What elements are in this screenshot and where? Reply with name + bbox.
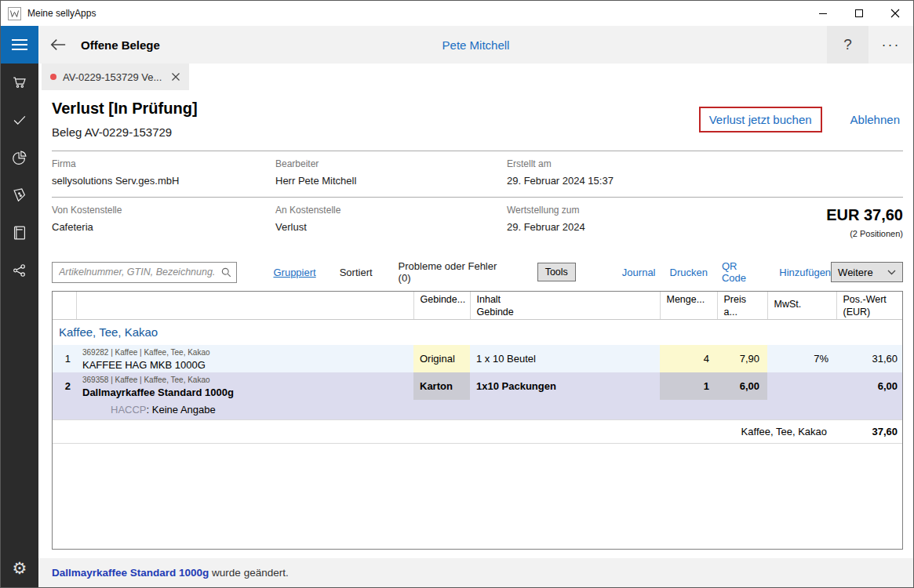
sidebar-item-tags[interactable] <box>1 176 38 214</box>
table-header-row: Gebinde... InhaltGebinde Menge... Preisa… <box>53 292 903 319</box>
col-number[interactable] <box>53 292 76 319</box>
menu-button[interactable] <box>1 26 38 64</box>
qr-code-link[interactable]: QR Code <box>722 260 763 284</box>
search-icon <box>220 267 231 280</box>
maximize-button[interactable] <box>841 1 877 26</box>
article-cell[interactable]: 369358 | Kaffee | Kaffee, Tee, Kakao Dal… <box>76 372 413 400</box>
table-row[interactable]: 1 369282 | Kaffee | Kaffee, Tee, Kakao K… <box>53 345 903 372</box>
preis-cell[interactable]: 6,00 <box>717 372 767 400</box>
cart-icon <box>11 74 28 91</box>
back-button[interactable] <box>38 26 78 64</box>
field-erstellt-am: Erstellt am 29. Februar 2024 15:37 <box>507 158 726 187</box>
add-item-link[interactable]: Hinzufügen <box>779 267 831 278</box>
help-button[interactable]: ? <box>827 26 868 64</box>
menge-cell[interactable]: 4 <box>660 345 717 372</box>
summary-value: 37,60 <box>836 419 903 443</box>
col-wert[interactable]: Pos.-Wert(EUR) <box>836 292 903 319</box>
sidebar-item-share[interactable] <box>1 252 38 289</box>
document-total: EUR 37,60 (2 Positionen) <box>726 205 903 238</box>
settings-button[interactable]: ⚙ <box>1 550 38 587</box>
group-label: Kaffee, Tee, Kakao <box>53 319 903 345</box>
field-bearbeiter: Bearbeiter Herr Pete Mitchell <box>275 158 507 187</box>
menge-cell[interactable]: 1 <box>660 372 717 400</box>
hamburger-icon <box>12 39 27 41</box>
chevron-down-icon <box>887 270 896 275</box>
status-subject: Dallmayrkaffee Standard 1000g <box>52 567 209 579</box>
col-menge[interactable]: Menge... <box>660 292 717 319</box>
table-row-selected[interactable]: 2 369358 | Kaffee | Kaffee, Tee, Kakao D… <box>53 372 903 400</box>
article-cell[interactable]: 369282 | Kaffee | Kaffee, Tee, Kakao KAF… <box>76 345 413 372</box>
article-name: KAFFEE HAG MKB 1000G <box>82 359 407 371</box>
maximize-icon <box>855 9 863 17</box>
tab-document[interactable]: AV-0229-153729 Ve... <box>42 64 189 90</box>
app-logo-icon <box>8 7 21 20</box>
col-mwst[interactable]: MwSt. <box>767 292 836 319</box>
user-name-link[interactable]: Pete Mitchell <box>442 38 510 52</box>
field-firma: Firma sellysolutions Serv.ges.mbH <box>52 158 275 187</box>
preis-cell[interactable]: 7,90 <box>717 345 767 372</box>
mwst-cell[interactable] <box>767 372 836 400</box>
book-icon <box>11 224 28 241</box>
pie-chart-icon <box>11 149 28 166</box>
row-number: 1 <box>53 345 76 372</box>
group-toggle[interactable]: Gruppiert <box>273 267 315 278</box>
sidebar-item-journal[interactable] <box>1 214 38 252</box>
print-link[interactable]: Drucken <box>670 267 708 278</box>
reject-button[interactable]: Ablehnen <box>850 113 900 126</box>
journal-link[interactable]: Journal <box>622 267 656 278</box>
document-actions: Verlust jetzt buchen Ablehnen <box>699 107 903 132</box>
check-icon <box>11 111 28 129</box>
share-icon <box>11 262 28 279</box>
sidebar: ⚙ <box>1 26 38 587</box>
tab-close-button[interactable] <box>171 72 180 82</box>
close-icon <box>171 72 180 82</box>
item-toolbar: Gruppiert Sortiert Probleme oder Fehler … <box>52 261 903 283</box>
titlebar: Meine sellyApps <box>1 1 913 26</box>
search-box <box>52 262 237 283</box>
window-title: Meine sellyApps <box>27 8 96 19</box>
sidebar-item-reports[interactable] <box>1 139 38 176</box>
haccp-info: HACCP: Keine Angabe <box>76 400 903 419</box>
close-button[interactable] <box>877 1 913 26</box>
sidebar-item-tasks[interactable] <box>1 101 38 139</box>
mwst-cell[interactable]: 7% <box>767 345 836 372</box>
more-options-button[interactable]: ··· <box>868 26 913 64</box>
sidebar-item-cart[interactable] <box>1 64 38 101</box>
minimize-button[interactable] <box>805 1 841 26</box>
problems-toggle[interactable]: Probleme oder Fehler (0) <box>399 260 511 284</box>
tab-strip: AV-0229-153729 Ve... <box>38 64 913 90</box>
positions-count: (2 Positionen) <box>726 229 903 238</box>
fields-row-1: Firma sellysolutions Serv.ges.mbH Bearbe… <box>52 151 903 197</box>
search-input[interactable] <box>52 262 237 283</box>
article-meta: 369282 | Kaffee | Kaffee, Tee, Kakao <box>82 348 407 358</box>
gebinde-cell[interactable]: Original <box>413 345 470 372</box>
inhalt-cell[interactable]: 1 x 10 Beutel <box>470 345 660 372</box>
more-actions-dropdown[interactable]: Weitere <box>831 262 903 282</box>
back-arrow-icon <box>49 38 67 52</box>
inhalt-cell[interactable]: 1x10 Packungen <box>470 372 660 400</box>
col-gebinde[interactable]: Gebinde... <box>413 292 470 319</box>
tag-icon <box>11 187 28 204</box>
article-name: Dallmayrkaffee Standard 1000g <box>82 387 407 398</box>
app-header: Offene Belege Pete Mitchell ? ··· <box>38 26 913 64</box>
tools-button[interactable]: Tools <box>537 263 576 281</box>
document-content: Verlust [In Prüfung] Beleg AV-0229-15372… <box>38 90 913 558</box>
tab-label: AV-0229-153729 Ve... <box>63 71 162 83</box>
wert-cell: 6,00 <box>836 372 903 400</box>
status-bar: Dallmayrkaffee Standard 1000g wurde geän… <box>38 558 913 587</box>
total-amount: EUR 37,60 <box>726 206 903 224</box>
fields-row-2: Von Kostenstelle Cafeteria An Kostenstel… <box>52 198 903 249</box>
book-loss-button[interactable]: Verlust jetzt buchen <box>699 107 822 132</box>
wert-cell: 31,60 <box>836 345 903 372</box>
close-icon <box>890 9 900 18</box>
haccp-value: : Keine Angabe <box>147 404 216 416</box>
col-preis[interactable]: Preisa... <box>717 292 767 319</box>
col-article[interactable] <box>76 292 413 319</box>
gebinde-cell[interactable]: Karton <box>413 372 470 400</box>
group-header-row[interactable]: Kaffee, Tee, Kakao <box>53 319 903 345</box>
page-title: Offene Belege <box>81 38 160 52</box>
sort-toggle[interactable]: Sortiert <box>340 267 373 278</box>
app-window: Meine sellyApps <box>0 0 914 588</box>
haccp-detail-row[interactable]: HACCP: Keine Angabe <box>53 400 903 419</box>
col-inhalt[interactable]: InhaltGebinde <box>470 292 660 319</box>
